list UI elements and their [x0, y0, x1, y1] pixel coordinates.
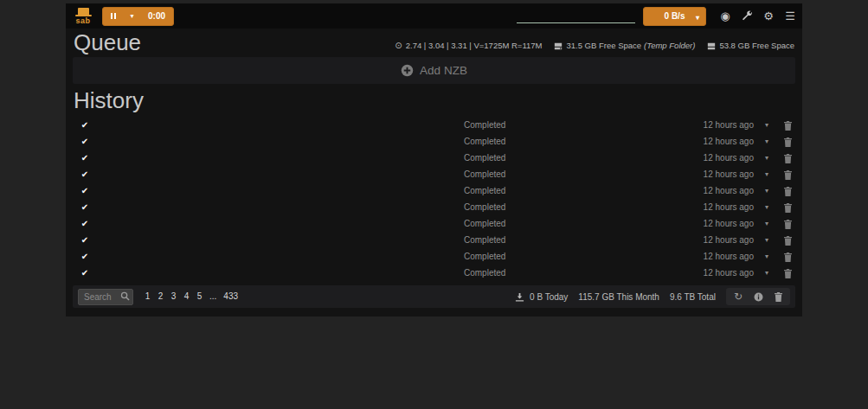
history-row[interactable]: ✔ Completed 12 hours ago ▾ [66, 265, 802, 281]
top-navbar: sab ▾ 0:00 0 B/s ▾ ◉ ⚙ ☰ [66, 3, 802, 29]
free-space-stat: 53.8 GB Free Space [707, 41, 794, 50]
download-stats: 0 B Today 115.7 GB This Month 9.6 TB Tot… [515, 288, 790, 305]
completed-check-icon: ✔ [73, 154, 97, 163]
disk-icon [707, 42, 716, 50]
row-status: Completed [464, 153, 650, 163]
history-row[interactable]: ✔ Completed 12 hours ago ▾ [66, 232, 802, 248]
completed-check-icon: ✔ [73, 236, 97, 245]
trash-icon [784, 187, 792, 196]
row-delete-button[interactable] [780, 233, 795, 248]
load-values: 2.74 | 3.04 | 3.31 | V=1725M R=117M [406, 41, 543, 50]
stat-month: 115.7 GB This Month [578, 292, 659, 302]
row-age: 12 hours ago [650, 169, 754, 179]
row-delete-button[interactable] [780, 167, 795, 182]
row-age: 12 hours ago [650, 186, 754, 195]
row-delete-button[interactable] [780, 200, 795, 215]
row-delete-button[interactable] [780, 150, 795, 166]
row-delete-button[interactable] [780, 265, 795, 281]
row-status: Completed [464, 219, 650, 228]
trash-icon [784, 154, 792, 163]
history-row[interactable]: ✔ Completed 12 hours ago ▾ [66, 166, 802, 182]
page-button[interactable]: 1 [141, 288, 154, 305]
completed-check-icon: ✔ [73, 269, 97, 278]
disk-icon [554, 42, 563, 50]
history-row[interactable]: ✔ Completed 12 hours ago ▾ [66, 215, 802, 232]
add-nzb-label: Add NZB [420, 64, 467, 77]
queue-header: Queue ⊙ 2.74 | 3.04 | 3.31 | V=1725M R=1… [66, 29, 802, 54]
pause-timer-button[interactable]: ▾ 0:00 [102, 7, 174, 26]
row-age: 12 hours ago [650, 219, 754, 228]
row-status: Completed [464, 268, 650, 278]
gear-icon[interactable]: ⚙ [761, 9, 776, 24]
row-age: 12 hours ago [650, 137, 754, 146]
hamburger-menu-icon[interactable]: ☰ [782, 9, 798, 24]
pause-caret-icon[interactable]: ▾ [130, 13, 133, 20]
system-load-stat: ⊙ 2.74 | 3.04 | 3.31 | V=1725M R=117M [395, 41, 542, 50]
history-title: History [74, 88, 794, 112]
page-button[interactable]: 2 [154, 288, 167, 305]
row-dropdown-caret-icon[interactable]: ▾ [754, 154, 780, 162]
free-space-temp-note: (Temp Folder) [644, 41, 695, 50]
add-nzb-dropzone[interactable]: Add NZB [73, 57, 795, 84]
history-row[interactable]: ✔ Completed 12 hours ago ▾ [66, 199, 802, 215]
trash-icon [784, 121, 792, 131]
search-icon [120, 291, 130, 301]
row-status: Completed [464, 235, 650, 245]
row-dropdown-caret-icon[interactable]: ▾ [754, 252, 780, 260]
purge-history-button[interactable] [775, 292, 782, 302]
row-age: 12 hours ago [650, 153, 754, 163]
row-dropdown-caret-icon[interactable]: ▾ [754, 220, 780, 227]
main-content: Queue ⊙ 2.74 | 3.04 | 3.31 | V=1725M R=1… [66, 29, 802, 316]
row-dropdown-caret-icon[interactable]: ▾ [754, 187, 780, 195]
refresh-icon[interactable]: ↻ [734, 291, 743, 302]
row-dropdown-caret-icon[interactable]: ▾ [754, 137, 780, 145]
trash-icon [784, 203, 792, 213]
wrench-icon[interactable] [739, 9, 755, 24]
speed-graph [517, 10, 635, 23]
queue-title: Queue [74, 30, 141, 54]
row-delete-button[interactable] [780, 249, 795, 265]
speed-limit-button[interactable]: 0 B/s ▾ [643, 7, 706, 26]
page-button[interactable]: 3 [167, 288, 180, 305]
completed-check-icon: ✔ [73, 121, 97, 130]
info-icon[interactable] [754, 292, 763, 302]
navbar-icons: ◉ ⚙ ☰ [711, 9, 798, 24]
history-row[interactable]: ✔ Completed 12 hours ago ▾ [66, 182, 802, 199]
row-dropdown-caret-icon[interactable]: ▾ [754, 236, 780, 244]
row-dropdown-caret-icon[interactable]: ▾ [754, 203, 780, 211]
speed-value: 0 B/s [665, 11, 685, 21]
page-button[interactable]: ... [206, 288, 220, 305]
trash-icon [784, 170, 792, 180]
history-row[interactable]: ✔ Completed 12 hours ago ▾ [66, 150, 802, 166]
free-space-value: 53.8 GB Free Space [719, 41, 794, 50]
pause-icon[interactable] [111, 13, 116, 19]
completed-check-icon: ✔ [73, 220, 97, 228]
row-status: Completed [464, 169, 650, 179]
row-age: 12 hours ago [650, 235, 754, 245]
sab-logo[interactable]: sab [72, 8, 94, 24]
trash-icon [784, 236, 792, 246]
row-status: Completed [464, 252, 650, 261]
row-dropdown-caret-icon[interactable]: ▾ [754, 121, 780, 129]
row-dropdown-caret-icon[interactable]: ▾ [754, 269, 780, 277]
row-delete-button[interactable] [780, 118, 795, 133]
row-dropdown-caret-icon[interactable]: ▾ [754, 170, 780, 178]
stat-total: 9.6 TB Total [670, 292, 716, 302]
row-delete-button[interactable] [780, 134, 795, 150]
row-delete-button[interactable] [780, 216, 795, 232]
page-button[interactable]: 4 [180, 288, 193, 305]
history-search [78, 288, 133, 305]
page-button[interactable]: 433 [220, 288, 241, 305]
completed-check-icon: ✔ [73, 203, 97, 212]
speed-caret-icon: ▾ [696, 15, 699, 22]
page-button[interactable]: 5 [193, 288, 206, 305]
completed-check-icon: ✔ [73, 187, 97, 195]
pause-timer-value: 0:00 [148, 11, 165, 21]
pagination: 1 2 3 4 5 ... 433 [141, 288, 241, 305]
history-row[interactable]: ✔ Completed 12 hours ago ▾ [66, 117, 802, 133]
row-delete-button[interactable] [780, 183, 795, 199]
status-icon[interactable]: ◉ [717, 9, 733, 24]
history-row[interactable]: ✔ Completed 12 hours ago ▾ [66, 133, 802, 150]
history-row[interactable]: ✔ Completed 12 hours ago ▾ [66, 248, 802, 265]
sab-hat-icon [78, 8, 89, 15]
